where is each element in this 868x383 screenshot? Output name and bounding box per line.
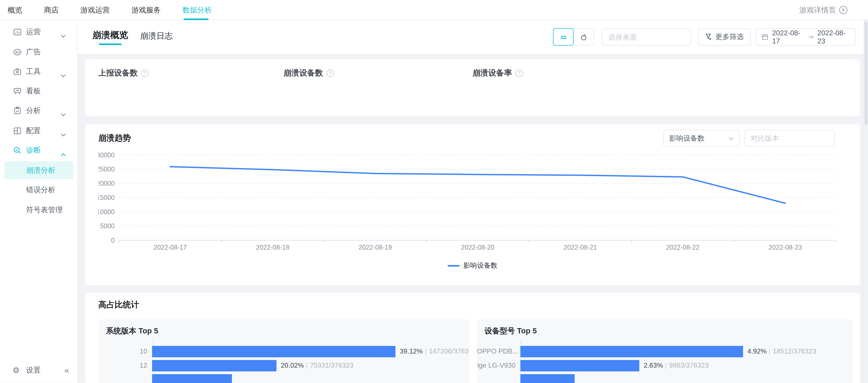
chevron-up-icon	[61, 149, 66, 159]
bar[interactable]	[152, 374, 232, 383]
svg-text:2022-08-19: 2022-08-19	[359, 244, 392, 251]
sidebar-item-analysis[interactable]: 分析	[0, 101, 78, 121]
chevron-down-icon	[61, 30, 66, 40]
sidebar-subitem-crash-analysis[interactable]: 崩溃分析	[4, 161, 73, 179]
tab-label: 崩溃概览	[92, 30, 128, 40]
game-detail-link[interactable]: 游戏详情页	[799, 0, 847, 20]
android-icon	[559, 33, 567, 41]
layout-grid-icon	[13, 126, 22, 135]
svg-text:15000: 15000	[98, 194, 115, 201]
svg-text:2022-08-18: 2022-08-18	[256, 244, 289, 251]
bar[interactable]	[520, 374, 575, 383]
svg-text:2022-08-22: 2022-08-22	[666, 244, 700, 251]
bar-category-label: lge LG-V930	[477, 360, 516, 372]
svg-text:20000: 20000	[98, 180, 115, 187]
date-range-picker[interactable]: 2022-08-17 → 2022-08-23	[755, 28, 856, 45]
compare-version-input[interactable]	[744, 130, 835, 147]
stat-crashed-devices: 崩溃设备数 ?	[283, 68, 334, 78]
bar-value-label: 2.63%|9883/376323	[644, 360, 709, 372]
svg-text:10000: 10000	[98, 208, 115, 216]
trend-line-svg: 0500010000150002000025000300002022-08-17…	[98, 148, 853, 256]
sidebar-item-dashboard[interactable]: 看板	[0, 82, 78, 101]
stat-crash-device-rate: 崩溃设备率 ?	[472, 68, 523, 78]
svg-text:0: 0	[111, 236, 115, 244]
nav-item-game-operation[interactable]: 游戏运营	[81, 0, 110, 20]
funnel-plus-icon	[705, 33, 712, 41]
ios-platform-button[interactable]	[574, 28, 594, 45]
tab-crash-logs[interactable]: 崩溃日志	[140, 31, 173, 41]
svg-text:2022-08-23: 2022-08-23	[769, 244, 802, 251]
active-tab-underline	[99, 43, 122, 45]
chevron-down-icon	[728, 134, 734, 142]
nav-item-game-services[interactable]: 游戏服务	[131, 0, 161, 20]
sidebar-item-ads[interactable]: AD 广告	[0, 42, 78, 62]
source-select-input[interactable]	[602, 28, 691, 45]
bar-value-label: 20.02%|75331/376323	[281, 360, 353, 372]
bar-category-label: OPPO PDB...	[477, 346, 516, 357]
settings-label[interactable]: 设置	[26, 363, 41, 378]
platform-segmented-control	[553, 28, 594, 45]
bar[interactable]	[520, 360, 639, 372]
bar[interactable]	[520, 346, 743, 357]
nav-item-store[interactable]: 商店	[44, 0, 59, 20]
help-icon[interactable]: ?	[141, 69, 149, 77]
bar-category-label: 12	[98, 360, 147, 372]
sidebar-subitem-label: 崩溃分析	[26, 165, 55, 175]
chevron-down-icon	[61, 109, 66, 119]
svg-text:5000: 5000	[100, 222, 115, 230]
sidebar-item-diagnostics[interactable]: 诊断	[0, 141, 78, 160]
legend-line-swatch	[448, 265, 460, 266]
svg-text:2022-08-21: 2022-08-21	[564, 244, 597, 251]
metric-select[interactable]: 影响设备数	[663, 130, 740, 147]
stat-reported-devices: 上报设备数 ?	[98, 68, 149, 78]
svg-text:25000: 25000	[98, 165, 115, 173]
bar-value-label: 39.12%|147206/3763	[400, 346, 469, 357]
top-nav: 概览 商店 游戏运营 游戏服务 数据分析 游戏详情页	[0, 0, 868, 20]
help-icon[interactable]: ?	[515, 69, 523, 77]
sidebar-item-tools[interactable]: 工具	[0, 62, 78, 81]
ad-icon: AD	[13, 47, 22, 56]
more-filters-button[interactable]: 更多筛选	[698, 28, 751, 45]
date-start: 2022-08-17	[772, 29, 804, 45]
sidebar-footer: ⚙ 设置 «	[0, 363, 77, 378]
stats-summary-card: 上报设备数 ? 崩溃设备数 ? 崩溃设备率 ?	[85, 59, 860, 116]
sidebar-subitem-error-analysis[interactable]: 错误分析	[0, 180, 78, 200]
scrollbar-thumb[interactable]	[865, 22, 867, 125]
sidebar-item-configuration[interactable]: 配置	[0, 121, 78, 140]
high-proportion-card: 高占比统计 系统版本 Top 5 1039.12%|147206/3763122…	[85, 293, 860, 383]
stat-title: 崩溃设备率	[472, 68, 512, 78]
bar-category-label: 10	[98, 346, 147, 357]
high-proportion-title: 高占比统计	[98, 300, 139, 310]
collapse-sidebar-icon[interactable]: «	[64, 363, 69, 378]
date-end: 2022-08-23	[817, 29, 849, 45]
bar[interactable]	[152, 360, 277, 372]
presentation-board-icon	[13, 87, 22, 96]
nav-item-data-analysis[interactable]: 数据分析	[183, 0, 212, 20]
vertical-scrollbar[interactable]	[864, 20, 868, 383]
more-filters-label: 更多筛选	[715, 32, 744, 42]
sidebar-item-label: 运营	[26, 27, 41, 37]
android-platform-button[interactable]	[553, 28, 574, 45]
sidebar-item-operations[interactable]: 运营	[0, 22, 78, 42]
nav-item-overview[interactable]: 概览	[8, 0, 22, 20]
sidebar-subitem-label: 错误分析	[26, 185, 55, 195]
tab-crash-overview[interactable]: 崩溃概览	[92, 29, 128, 41]
device-model-top5-title: 设备型号 Top 5	[485, 326, 537, 336]
sidebar-item-label: 广告	[26, 47, 41, 57]
bar-chart-icon	[13, 28, 22, 36]
calendar-icon	[762, 33, 768, 41]
sidebar-subitem-symbol-table[interactable]: 符号表管理	[0, 200, 78, 220]
help-icon[interactable]: ?	[326, 69, 334, 77]
crash-trend-chart[interactable]: 0500010000150002000025000300002022-08-17…	[98, 148, 853, 256]
chart-legend[interactable]: 影响设备数	[85, 261, 860, 270]
sidebar: 运营 AD 广告 工具 看板 分析	[0, 20, 78, 383]
crash-analysis-page: 概览 商店 游戏运营 游戏服务 数据分析 游戏详情页 运营 AD 广告	[0, 0, 868, 383]
sidebar-item-label: 看板	[26, 86, 41, 96]
sidebar-item-label: 诊断	[26, 146, 41, 155]
crash-trend-title: 崩溃趋势	[98, 133, 131, 143]
gear-icon[interactable]: ⚙	[12, 364, 20, 377]
svg-text:2022-08-17: 2022-08-17	[154, 244, 187, 251]
bar[interactable]	[152, 346, 396, 357]
svg-text:30000: 30000	[98, 151, 115, 159]
sidebar-item-label: 分析	[26, 106, 41, 116]
